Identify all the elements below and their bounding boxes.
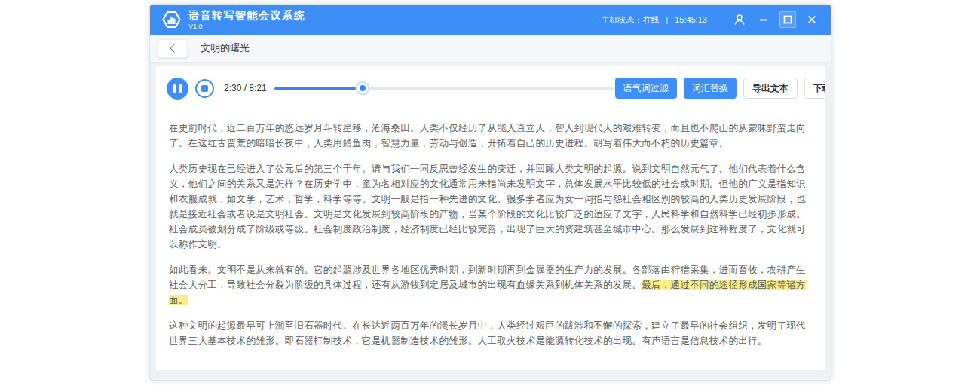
filter-filler-words-button[interactable]: 语气词过滤: [615, 78, 677, 99]
time-display: 2:30 / 8:21: [224, 83, 267, 93]
host-status: 主机状态：在线: [602, 14, 660, 26]
nav-bar: 文明的曙光: [150, 35, 831, 63]
audio-player: 2:30 / 8:21 语气词过滤 词汇替换 导出文本 下载音频: [156, 66, 825, 103]
progress-fill: [274, 87, 363, 90]
download-audio-button[interactable]: 下载音频: [804, 78, 825, 99]
document-title: 文明的曙光: [201, 41, 250, 55]
stop-icon: [201, 85, 208, 92]
progress-thumb[interactable]: [357, 83, 368, 93]
status-separator: |: [666, 16, 669, 24]
content-card: 2:30 / 8:21 语气词过滤 词汇替换 导出文本 下载音频 在史前时代，近…: [156, 66, 825, 370]
back-icon: [170, 44, 178, 52]
player-toolbar: 语气词过滤 词汇替换 导出文本 下载音频: [615, 78, 825, 99]
clock: 15:45:13: [675, 15, 707, 24]
transcript-paragraph: 在史前时代，近二百万年的悠远岁月斗转星移，沧海桑田。人类不仅经历了从能人直立人，…: [169, 121, 812, 151]
close-button[interactable]: [804, 11, 820, 28]
app-title: 语音转写智能会议系统: [188, 10, 305, 21]
word-replace-button[interactable]: 词汇替换: [684, 78, 737, 99]
app-version: V1.0: [188, 23, 305, 30]
transcript: 在史前时代，近二百万年的悠远岁月斗转星移，沧海桑田。人类不仅经历了从能人直立人，…: [156, 103, 825, 348]
title-bar: 语音转写智能会议系统 V1.0 主机状态：在线 | 15:45:13: [150, 5, 831, 35]
back-button[interactable]: [158, 39, 188, 58]
transcript-paragraph: 人类历史现在已经进入了公元后的第三个千年。请与我们一同反思曾经发生的变迁，并回顾…: [169, 161, 812, 252]
pause-icon: [173, 84, 176, 93]
progress-slider[interactable]: [274, 82, 615, 94]
transcript-paragraph: 这种文明的起源最早可上溯至旧石器时代。在长达近两百万年的漫长岁月中，人类经过艰巨…: [169, 318, 812, 348]
maximize-button[interactable]: [779, 11, 796, 28]
app-window: 语音转写智能会议系统 V1.0 主机状态：在线 | 15:45:13: [149, 4, 831, 381]
transcript-paragraph: 如此看来。文明不是从来就有的。它的起源涉及世界各地区优秀时期，到新时期再到金属器…: [169, 262, 812, 308]
app-logo-icon: [161, 10, 182, 29]
stop-button[interactable]: [195, 79, 214, 98]
user-icon[interactable]: [731, 11, 748, 28]
pause-button[interactable]: [167, 78, 188, 100]
export-text-button[interactable]: 导出文本: [743, 78, 798, 99]
app-title-block: 语音转写智能会议系统 V1.0: [188, 10, 305, 30]
minimize-button[interactable]: [755, 11, 772, 28]
